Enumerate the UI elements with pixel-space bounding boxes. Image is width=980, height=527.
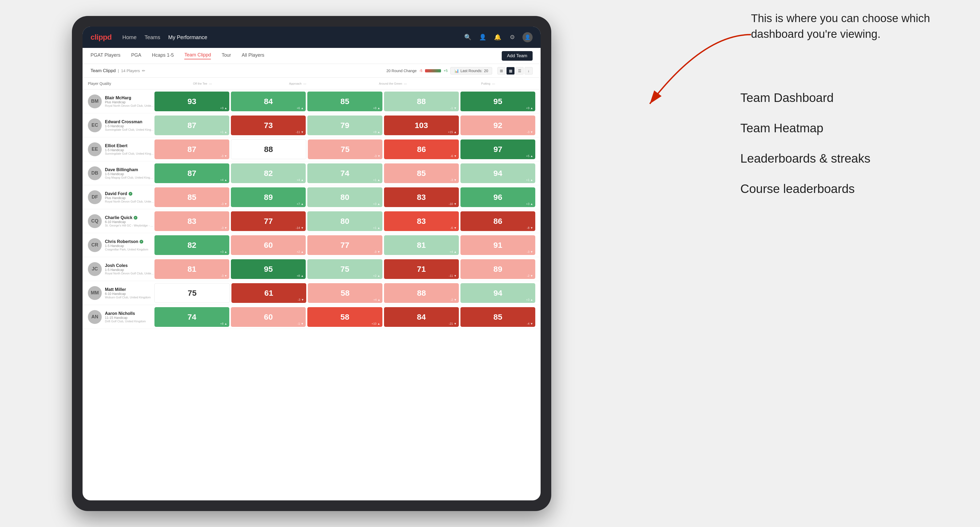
- subnav-tour[interactable]: Tour: [221, 52, 231, 59]
- player-info: JC Josh Coles 1-5 Handicap Royal North D…: [88, 262, 154, 276]
- player-avatar: BM: [88, 94, 102, 108]
- score-cell-putting: 85 -4 ▼: [460, 307, 535, 327]
- players-list: BM Blair McHarg Plus Handicap Royal Nort…: [83, 89, 541, 500]
- score-cell-approach: 80 +1 ▲: [307, 211, 382, 231]
- score-cell-aroundGreen: 83 -10 ▼: [384, 187, 459, 207]
- score-cell-quality: 93 +9 ▲: [154, 92, 229, 111]
- score-cell-approach: 77 -3 ▼: [307, 235, 382, 255]
- player-row[interactable]: AN Aaron Nicholls 11-15 Handicap Drift G…: [83, 305, 541, 329]
- player-info: EC Edward Crossman 1-5 Handicap Sunningd…: [88, 119, 154, 132]
- player-avatar: CR: [88, 238, 102, 252]
- player-details: Edward Crossman 1-5 Handicap Sunningdale…: [105, 119, 154, 131]
- player-club: Drift Golf Club, United Kingdom: [105, 320, 154, 323]
- col-player-header[interactable]: Player Quality: [88, 81, 154, 86]
- score-cells: 93 +9 ▲ 84 +6 ▲ 85 +8 ▲ 88 -1 ▼ 95 +9 ▲: [154, 92, 535, 111]
- settings-icon[interactable]: ⚙: [508, 32, 517, 42]
- nav-my-performance[interactable]: My Performance: [168, 34, 207, 40]
- team-name: Team Clippd: [91, 68, 116, 73]
- score-cell-aroundGreen: 84 -21 ▼: [384, 307, 459, 327]
- change-bar-visual: [425, 69, 441, 72]
- player-avatar: JC: [88, 262, 102, 276]
- verified-badge: ✓: [134, 216, 137, 220]
- player-row[interactable]: DB Dave Billingham 1-5 Handicap Gog Mago…: [83, 161, 541, 185]
- player-club: Royal North Devon Golf Club, United King…: [105, 104, 154, 107]
- player-details: Matt Miller 6-10 Handicap Woburn Golf Cl…: [105, 287, 154, 299]
- score-cell-putting: 91 -3 ▼: [460, 235, 535, 255]
- view-more-btn[interactable]: ↓: [525, 67, 533, 75]
- player-club: Sunningdale Golf Club, United Kingdom: [105, 128, 154, 131]
- score-cell-approach: 75 +2 ▲: [307, 259, 382, 279]
- score-cell-putting: 89 -2 ▼: [460, 259, 535, 279]
- round-change-label: 20 Round Change: [387, 69, 417, 73]
- score-cell-putting: 96 +3 ▲: [460, 187, 535, 207]
- score-cell-offTee: 73 -11 ▼: [231, 116, 306, 135]
- edit-icon[interactable]: ✏: [142, 68, 145, 73]
- score-cell-quality: 74 +8 ▲: [154, 307, 229, 327]
- add-team-button[interactable]: Add Team: [502, 51, 533, 61]
- user-avatar[interactable]: 👤: [522, 32, 533, 42]
- profile-icon[interactable]: 👤: [478, 32, 487, 42]
- score-cell-offTee: 84 +6 ▲: [231, 92, 306, 111]
- score-cell-offTee: 77 -14 ▼: [231, 211, 306, 231]
- score-cell-quality: 85 -3 ▼: [154, 187, 229, 207]
- subnav-team-clippd[interactable]: Team Clippd: [184, 52, 211, 59]
- score-cell-offTee: 60 +2 ▲: [231, 235, 306, 255]
- subnav-pga[interactable]: PGA: [131, 52, 141, 59]
- search-icon[interactable]: 🔍: [463, 32, 473, 42]
- score-cells: 74 +8 ▲ 60 -1 ▼ 58 +10 ▲ 84 -21 ▼ 85 -4 …: [154, 307, 535, 327]
- player-name: Edward Crossman: [105, 119, 154, 124]
- player-info: DF David Ford ✓ Plus Handicap Royal Nort…: [88, 190, 154, 204]
- last-rounds-value: 20: [484, 69, 488, 73]
- score-cells: 82 +3 ▲ 60 +2 ▲ 77 -3 ▼ 81 +4 ▲ 91 -3 ▼: [154, 235, 535, 255]
- col-putting-header[interactable]: Putting —: [440, 81, 536, 86]
- score-cell-approach: 75 -3 ▼: [308, 140, 383, 159]
- player-row[interactable]: JC Josh Coles 1-5 Handicap Royal North D…: [83, 257, 541, 281]
- score-cell-aroundGreen: 85 -3 ▼: [384, 163, 459, 183]
- player-details: Charlie Quick ✓ 6-10 Handicap St. George…: [105, 215, 154, 227]
- col-approach-header[interactable]: Approach —: [250, 81, 345, 86]
- round-change: 20 Round Change -5 +5 📊 Last Rounds: 20 …: [387, 67, 533, 75]
- player-club: Craigmillar Park, United Kingdom: [105, 248, 154, 251]
- score-cell-quality: 81 -3 ▼: [154, 259, 229, 279]
- score-cell-approach: 58 +4 ▲: [308, 283, 383, 303]
- view-grid-btn[interactable]: ⊞: [498, 67, 506, 75]
- score-cell-approach: 80 +3 ▲: [307, 187, 382, 207]
- player-name: Dave Billingham: [105, 167, 154, 172]
- score-cell-quality: 87 -3 ▼: [154, 140, 229, 159]
- subnav-all-players[interactable]: All Players: [242, 52, 264, 59]
- view-list-btn[interactable]: ☰: [515, 67, 523, 75]
- player-club: Royal North Devon Golf Club, United King…: [105, 200, 154, 203]
- red-arrow: [597, 29, 756, 122]
- player-row[interactable]: CR Chris Robertson ✓ 1-5 Handicap Craigm…: [83, 233, 541, 257]
- player-row[interactable]: BM Blair McHarg Plus Handicap Royal Nort…: [83, 89, 541, 113]
- team-header: Team Clippd | 14 Players ✏ 20 Round Chan…: [83, 64, 541, 78]
- score-cell-offTee: 95 +8 ▲: [231, 259, 306, 279]
- col-offtee-header[interactable]: Off the Tee —: [154, 81, 250, 86]
- tablet-screen: clippd Home Teams My Performance 🔍 👤 🔔 ⚙…: [83, 27, 541, 500]
- score-cell-aroundGreen: 83 -6 ▼: [384, 211, 459, 231]
- player-row[interactable]: MM Matt Miller 6-10 Handicap Woburn Golf…: [83, 281, 541, 305]
- col-aroundgreen-header[interactable]: Around the Green —: [345, 81, 440, 86]
- subnav-pgat[interactable]: PGAT Players: [91, 52, 120, 59]
- nav-home[interactable]: Home: [122, 34, 136, 40]
- score-cell-aroundGreen: 81 +4 ▲: [384, 235, 459, 255]
- player-hdcp: 11-15 Handicap: [105, 316, 154, 320]
- player-club: Sunningdale Golf Club, United Kingdom: [105, 152, 154, 155]
- player-hdcp: 1-5 Handicap: [105, 148, 154, 152]
- annotation-item-2: Leaderboards & streaks: [740, 151, 959, 165]
- nav-teams[interactable]: Teams: [145, 34, 160, 40]
- score-cell-quality: 87 +1 ▲: [154, 116, 229, 135]
- player-hdcp: 1-5 Handicap: [105, 172, 154, 176]
- subnav-hcaps[interactable]: Hcaps 1-5: [152, 52, 173, 59]
- last-rounds-button[interactable]: 📊 Last Rounds: 20: [450, 67, 492, 75]
- player-avatar: EE: [88, 142, 102, 156]
- player-name: Blair McHarg: [105, 95, 154, 100]
- player-row[interactable]: EC Edward Crossman 1-5 Handicap Sunningd…: [83, 113, 541, 137]
- player-row[interactable]: EE Elliot Ebert 1-5 Handicap Sunningdale…: [83, 137, 541, 161]
- player-club: Woburn Golf Club, United Kingdom: [105, 296, 154, 299]
- player-row[interactable]: CQ Charlie Quick ✓ 6-10 Handicap St. Geo…: [83, 209, 541, 233]
- top-nav: clippd Home Teams My Performance 🔍 👤 🔔 ⚙…: [83, 27, 541, 48]
- player-row[interactable]: DF David Ford ✓ Plus Handicap Royal Nort…: [83, 185, 541, 209]
- view-heat-btn[interactable]: ▦: [506, 67, 514, 75]
- bell-icon[interactable]: 🔔: [493, 32, 502, 42]
